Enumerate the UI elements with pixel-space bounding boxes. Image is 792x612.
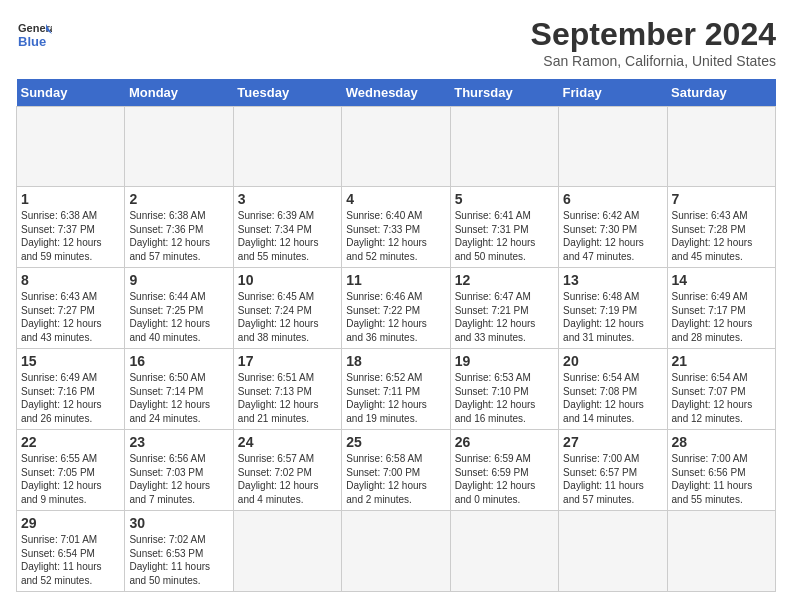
- day-number: 1: [21, 191, 120, 207]
- calendar-cell: 24Sunrise: 6:57 AMSunset: 7:02 PMDayligh…: [233, 430, 341, 511]
- calendar-cell: 16Sunrise: 6:50 AMSunset: 7:14 PMDayligh…: [125, 349, 233, 430]
- day-header-thursday: Thursday: [450, 79, 558, 107]
- cell-info: Sunrise: 7:02 AMSunset: 6:53 PMDaylight:…: [129, 533, 228, 587]
- logo-icon: General Blue: [16, 16, 52, 52]
- calendar-cell: 9Sunrise: 6:44 AMSunset: 7:25 PMDaylight…: [125, 268, 233, 349]
- day-number: 22: [21, 434, 120, 450]
- calendar-cell: 30Sunrise: 7:02 AMSunset: 6:53 PMDayligh…: [125, 511, 233, 592]
- cell-info: Sunrise: 6:44 AMSunset: 7:25 PMDaylight:…: [129, 290, 228, 344]
- day-number: 16: [129, 353, 228, 369]
- cell-info: Sunrise: 7:00 AMSunset: 6:56 PMDaylight:…: [672, 452, 771, 506]
- day-number: 23: [129, 434, 228, 450]
- calendar-cell: 1Sunrise: 6:38 AMSunset: 7:37 PMDaylight…: [17, 187, 125, 268]
- day-number: 15: [21, 353, 120, 369]
- calendar-cell: 6Sunrise: 6:42 AMSunset: 7:30 PMDaylight…: [559, 187, 667, 268]
- calendar-cell: 18Sunrise: 6:52 AMSunset: 7:11 PMDayligh…: [342, 349, 450, 430]
- calendar-cell: 8Sunrise: 6:43 AMSunset: 7:27 PMDaylight…: [17, 268, 125, 349]
- cell-info: Sunrise: 6:43 AMSunset: 7:28 PMDaylight:…: [672, 209, 771, 263]
- day-number: 7: [672, 191, 771, 207]
- calendar-week-2: 8Sunrise: 6:43 AMSunset: 7:27 PMDaylight…: [17, 268, 776, 349]
- logo: General Blue: [16, 16, 52, 52]
- cell-info: Sunrise: 6:57 AMSunset: 7:02 PMDaylight:…: [238, 452, 337, 506]
- day-number: 18: [346, 353, 445, 369]
- page-header: General Blue September 2024 San Ramon, C…: [16, 16, 776, 69]
- calendar-cell: [450, 511, 558, 592]
- day-number: 13: [563, 272, 662, 288]
- day-number: 17: [238, 353, 337, 369]
- cell-info: Sunrise: 6:48 AMSunset: 7:19 PMDaylight:…: [563, 290, 662, 344]
- calendar-cell: [342, 107, 450, 187]
- cell-info: Sunrise: 6:59 AMSunset: 6:59 PMDaylight:…: [455, 452, 554, 506]
- calendar-cell: 11Sunrise: 6:46 AMSunset: 7:22 PMDayligh…: [342, 268, 450, 349]
- svg-text:Blue: Blue: [18, 34, 46, 49]
- day-number: 24: [238, 434, 337, 450]
- day-header-wednesday: Wednesday: [342, 79, 450, 107]
- day-number: 28: [672, 434, 771, 450]
- calendar-cell: 19Sunrise: 6:53 AMSunset: 7:10 PMDayligh…: [450, 349, 558, 430]
- day-number: 2: [129, 191, 228, 207]
- day-number: 5: [455, 191, 554, 207]
- calendar-week-4: 22Sunrise: 6:55 AMSunset: 7:05 PMDayligh…: [17, 430, 776, 511]
- day-number: 12: [455, 272, 554, 288]
- cell-info: Sunrise: 7:01 AMSunset: 6:54 PMDaylight:…: [21, 533, 120, 587]
- day-number: 30: [129, 515, 228, 531]
- day-header-saturday: Saturday: [667, 79, 775, 107]
- calendar-cell: 22Sunrise: 6:55 AMSunset: 7:05 PMDayligh…: [17, 430, 125, 511]
- calendar-cell: 2Sunrise: 6:38 AMSunset: 7:36 PMDaylight…: [125, 187, 233, 268]
- day-header-friday: Friday: [559, 79, 667, 107]
- cell-info: Sunrise: 6:49 AMSunset: 7:16 PMDaylight:…: [21, 371, 120, 425]
- cell-info: Sunrise: 6:54 AMSunset: 7:08 PMDaylight:…: [563, 371, 662, 425]
- cell-info: Sunrise: 6:58 AMSunset: 7:00 PMDaylight:…: [346, 452, 445, 506]
- day-number: 20: [563, 353, 662, 369]
- calendar-cell: 3Sunrise: 6:39 AMSunset: 7:34 PMDaylight…: [233, 187, 341, 268]
- cell-info: Sunrise: 6:52 AMSunset: 7:11 PMDaylight:…: [346, 371, 445, 425]
- title-area: September 2024 San Ramon, California, Un…: [531, 16, 776, 69]
- calendar-cell: 4Sunrise: 6:40 AMSunset: 7:33 PMDaylight…: [342, 187, 450, 268]
- cell-info: Sunrise: 7:00 AMSunset: 6:57 PMDaylight:…: [563, 452, 662, 506]
- calendar-cell: 29Sunrise: 7:01 AMSunset: 6:54 PMDayligh…: [17, 511, 125, 592]
- cell-info: Sunrise: 6:56 AMSunset: 7:03 PMDaylight:…: [129, 452, 228, 506]
- calendar-cell: [559, 511, 667, 592]
- calendar-cell: 28Sunrise: 7:00 AMSunset: 6:56 PMDayligh…: [667, 430, 775, 511]
- day-number: 14: [672, 272, 771, 288]
- days-header-row: SundayMondayTuesdayWednesdayThursdayFrid…: [17, 79, 776, 107]
- calendar-cell: 27Sunrise: 7:00 AMSunset: 6:57 PMDayligh…: [559, 430, 667, 511]
- calendar-cell: 12Sunrise: 6:47 AMSunset: 7:21 PMDayligh…: [450, 268, 558, 349]
- day-number: 19: [455, 353, 554, 369]
- day-number: 8: [21, 272, 120, 288]
- calendar-body: 1Sunrise: 6:38 AMSunset: 7:37 PMDaylight…: [17, 107, 776, 592]
- location: San Ramon, California, United States: [531, 53, 776, 69]
- cell-info: Sunrise: 6:51 AMSunset: 7:13 PMDaylight:…: [238, 371, 337, 425]
- calendar-cell: 20Sunrise: 6:54 AMSunset: 7:08 PMDayligh…: [559, 349, 667, 430]
- day-header-tuesday: Tuesday: [233, 79, 341, 107]
- cell-info: Sunrise: 6:41 AMSunset: 7:31 PMDaylight:…: [455, 209, 554, 263]
- day-header-sunday: Sunday: [17, 79, 125, 107]
- day-number: 11: [346, 272, 445, 288]
- cell-info: Sunrise: 6:55 AMSunset: 7:05 PMDaylight:…: [21, 452, 120, 506]
- calendar-cell: [17, 107, 125, 187]
- calendar-cell: 13Sunrise: 6:48 AMSunset: 7:19 PMDayligh…: [559, 268, 667, 349]
- cell-info: Sunrise: 6:40 AMSunset: 7:33 PMDaylight:…: [346, 209, 445, 263]
- calendar-cell: [233, 107, 341, 187]
- calendar-cell: 25Sunrise: 6:58 AMSunset: 7:00 PMDayligh…: [342, 430, 450, 511]
- day-number: 27: [563, 434, 662, 450]
- cell-info: Sunrise: 6:53 AMSunset: 7:10 PMDaylight:…: [455, 371, 554, 425]
- day-number: 26: [455, 434, 554, 450]
- calendar-cell: 26Sunrise: 6:59 AMSunset: 6:59 PMDayligh…: [450, 430, 558, 511]
- calendar-cell: 21Sunrise: 6:54 AMSunset: 7:07 PMDayligh…: [667, 349, 775, 430]
- cell-info: Sunrise: 6:54 AMSunset: 7:07 PMDaylight:…: [672, 371, 771, 425]
- day-number: 3: [238, 191, 337, 207]
- cell-info: Sunrise: 6:43 AMSunset: 7:27 PMDaylight:…: [21, 290, 120, 344]
- day-number: 25: [346, 434, 445, 450]
- calendar-cell: [342, 511, 450, 592]
- calendar-cell: 10Sunrise: 6:45 AMSunset: 7:24 PMDayligh…: [233, 268, 341, 349]
- calendar-table: SundayMondayTuesdayWednesdayThursdayFrid…: [16, 79, 776, 592]
- cell-info: Sunrise: 6:38 AMSunset: 7:36 PMDaylight:…: [129, 209, 228, 263]
- day-number: 29: [21, 515, 120, 531]
- day-header-monday: Monday: [125, 79, 233, 107]
- calendar-cell: 23Sunrise: 6:56 AMSunset: 7:03 PMDayligh…: [125, 430, 233, 511]
- calendar-week-3: 15Sunrise: 6:49 AMSunset: 7:16 PMDayligh…: [17, 349, 776, 430]
- calendar-cell: [450, 107, 558, 187]
- calendar-cell: [233, 511, 341, 592]
- cell-info: Sunrise: 6:49 AMSunset: 7:17 PMDaylight:…: [672, 290, 771, 344]
